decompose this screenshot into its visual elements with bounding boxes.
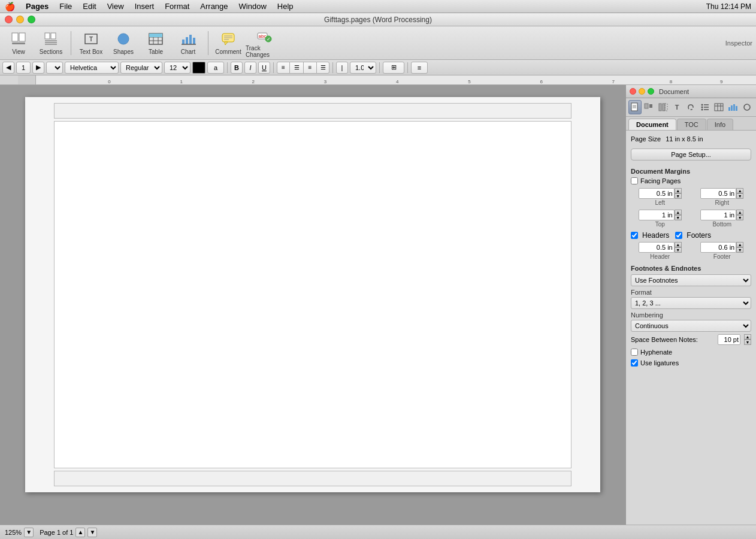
numbering-select[interactable]: Continuous [631, 320, 751, 332]
menu-pages[interactable]: Pages [21, 1, 53, 12]
footnotes-select[interactable]: Use Footnotes [631, 274, 751, 286]
menu-help[interactable]: Help [273, 1, 298, 12]
left-down-button[interactable]: ▼ [675, 193, 682, 199]
table-button[interactable]: Table [141, 29, 171, 57]
footer-sub-label: Footer [713, 253, 731, 260]
insp-adjust-icon[interactable] [740, 100, 754, 114]
weight-select[interactable]: Regular [120, 62, 162, 74]
shapes-button[interactable]: Shapes [108, 29, 138, 57]
style-prev-button[interactable]: ◀ [2, 62, 14, 74]
format-select[interactable]: 1, 2, 3 ... [631, 297, 751, 309]
apple-menu[interactable]: 🍎 [5, 2, 15, 11]
align-right-button[interactable]: ≡ [303, 62, 316, 74]
style-char-button[interactable]: a [207, 62, 224, 74]
align-center-button[interactable]: ☰ [290, 62, 303, 74]
left-margin-input[interactable]: 0.5 in [639, 188, 675, 199]
style-next-button[interactable]: ▶ [32, 62, 44, 74]
trackchanges-button[interactable]: abc ✓ Track Changes [246, 29, 283, 57]
page-setup-button[interactable]: Page Setup... [631, 149, 751, 161]
header-up-button[interactable]: ▲ [675, 242, 682, 247]
top-up-button[interactable]: ▲ [675, 210, 682, 215]
footer-box[interactable] [54, 471, 571, 486]
insp-doc-icon[interactable] [628, 100, 642, 114]
italic-button[interactable]: I [244, 62, 256, 74]
align-justify-button[interactable]: ☰ [316, 62, 329, 74]
size-select[interactable]: 12 [164, 62, 190, 74]
bottom-up-button[interactable]: ▲ [736, 210, 743, 215]
tab-document[interactable]: Document [628, 119, 676, 130]
menu-view[interactable]: View [102, 1, 129, 12]
footer-up-button[interactable]: ▲ [736, 242, 743, 247]
line-spacing-select[interactable]: 1.0 [350, 62, 376, 74]
canvas-area[interactable] [0, 85, 625, 525]
tab-info[interactable]: Info [707, 119, 733, 130]
menu-file[interactable]: File [55, 1, 77, 12]
menu-window[interactable]: Window [234, 1, 271, 12]
font-select[interactable]: Helvetica [65, 62, 119, 74]
right-up-button[interactable]: ▲ [736, 188, 743, 193]
maximize-button[interactable] [28, 16, 35, 23]
chart-button[interactable]: Chart [173, 29, 203, 57]
align-left-button[interactable]: ≡ [277, 62, 290, 74]
minimize-button[interactable] [16, 16, 24, 23]
tab-toc[interactable]: TOC [677, 119, 706, 130]
insp-table-icon[interactable] [712, 100, 725, 114]
left-up-button[interactable]: ▲ [675, 188, 682, 193]
inspector-minimize[interactable] [639, 88, 645, 95]
menu-format[interactable]: Format [160, 1, 194, 12]
inspector-close[interactable] [630, 88, 636, 95]
footer-value-input[interactable]: 0.6 in [700, 242, 736, 253]
svg-rect-21 [189, 35, 192, 44]
bold-button[interactable]: B [231, 62, 243, 74]
bottom-down-button[interactable]: ▼ [736, 215, 743, 220]
headers-checkbox[interactable] [631, 232, 638, 239]
footer-down-button[interactable]: ▼ [736, 247, 743, 253]
close-button[interactable] [5, 16, 13, 23]
header-value-input[interactable]: 0.5 in [639, 242, 675, 253]
insp-col-icon[interactable] [657, 100, 670, 114]
svg-text:T: T [89, 36, 93, 43]
insp-wrap-icon[interactable] [642, 100, 655, 114]
system-status: Thu 12:14 PM [706, 2, 751, 11]
hyphenate-checkbox[interactable] [631, 349, 638, 356]
insp-chart-icon[interactable] [726, 100, 739, 114]
list-button[interactable]: ≡ [411, 62, 428, 74]
chart-label: Chart [181, 49, 195, 55]
right-down-button[interactable]: ▼ [736, 193, 743, 199]
insp-list-icon[interactable] [698, 100, 712, 114]
comment-button[interactable]: Comment [213, 29, 243, 57]
insp-text-icon[interactable]: T [670, 100, 684, 114]
hyphenate-label: Hyphenate [640, 349, 672, 356]
underline-button[interactable]: U [258, 62, 270, 74]
menu-edit[interactable]: Edit [78, 1, 101, 12]
page-content[interactable] [54, 121, 571, 468]
zoom-down-button[interactable]: ▼ [24, 528, 34, 537]
svg-rect-16 [149, 34, 153, 37]
right-margin-input[interactable]: 0.5 in [700, 188, 736, 199]
header-box[interactable] [54, 103, 571, 119]
textbox-button[interactable]: T Text Box [76, 29, 106, 57]
view-button[interactable]: View [4, 29, 34, 57]
ligatures-checkbox[interactable] [631, 359, 638, 367]
facing-pages-checkbox[interactable] [631, 177, 638, 184]
font-color-picker[interactable] [192, 62, 205, 74]
bottom-margin-input[interactable]: 1 in [700, 210, 736, 220]
top-down-button[interactable]: ▼ [675, 215, 682, 220]
header-down-button[interactable]: ▼ [675, 247, 682, 253]
menu-insert[interactable]: Insert [130, 1, 159, 12]
svg-text:T: T [675, 104, 679, 111]
space-between-input[interactable]: 10 pt [718, 334, 740, 345]
style-select[interactable]: a [46, 62, 63, 74]
page-up-button[interactable]: ▲ [75, 528, 85, 537]
space-down-button[interactable]: ▼ [744, 340, 751, 345]
menu-arrange[interactable]: Arrange [195, 1, 232, 12]
top-margin-input[interactable]: 1 in [639, 210, 675, 220]
inspector-maximize[interactable] [648, 88, 654, 95]
footers-checkbox[interactable] [675, 232, 682, 239]
space-up-button[interactable]: ▲ [744, 334, 751, 340]
page-down-button[interactable]: ▼ [87, 528, 97, 537]
sections-button[interactable]: Sections [36, 29, 66, 57]
shapes-icon [115, 31, 132, 47]
columns-select[interactable]: ⊞ [383, 62, 404, 74]
insp-link-icon[interactable] [684, 100, 697, 114]
